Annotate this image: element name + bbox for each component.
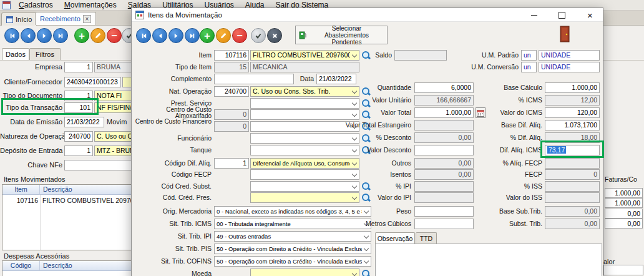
sit-trib-cofins-select-text: 50 - Operação com Direito a Crédito - Vi… [217,257,362,266]
subst-trib-label: Subst. Trib. [481,219,542,229]
dif-aliq-icms-field[interactable]: 73,17 [545,145,600,155]
saldo-label: Saldo [319,50,392,61]
dialog-next-record-button[interactable] [168,28,183,43]
close-button[interactable] [576,8,604,22]
delete-button[interactable] [107,28,122,43]
cliente-fornecedor-label: Cliente/Fornecedor [0,77,62,87]
dialog-add-button[interactable] [200,28,215,43]
add-button[interactable] [74,28,89,43]
next-record-button[interactable] [37,28,52,43]
itens-movimentados-title: Itens Movimentados [4,174,65,185]
pct-aliq-fecp-field [545,158,600,169]
prev-record-button[interactable] [21,28,36,43]
observacao-textarea[interactable] [375,244,602,276]
valor-desconto-label: Valor Desconto [306,145,411,155]
codigo-dif-aliq-code-field[interactable]: 1 [214,158,249,169]
sit-trib-pis-label: Sit. Trib. PIS [135,244,212,254]
tab-filtros[interactable]: Filtros [29,48,61,60]
peso-field[interactable] [414,206,474,217]
tab-dados[interactable]: Dados [2,48,29,60]
sit-trib-ipi-select[interactable]: 49 - Outras entradas [214,231,371,242]
column-header-item[interactable]: Item [2,185,40,195]
funcionario-label: Funcionário [135,133,212,144]
dialog-icon [135,11,144,19]
tipo-transacao-code-field[interactable]: 101 [64,102,93,113]
valor-total-estrangeiro-field [414,120,474,131]
tab-ttd[interactable]: TTD [416,232,437,244]
data-emissao-field[interactable]: 21/03/2022 [64,117,104,127]
faturas-value-3: 0,00 [605,209,643,219]
valor-ipi-label: Valor do IPI [306,192,411,203]
pct-iss-field [545,181,600,192]
item-cell[interactable]: 107116 [2,196,38,205]
tab-observacao[interactable]: Observação [375,232,415,244]
valor-icms-field[interactable]: 120,00 [545,107,600,118]
sit-trib-pis-select[interactable]: 50 - Operação com Direito a Crédito - Vi… [214,244,371,254]
quantidade-field[interactable]: 6,0000 [414,82,474,93]
sit-trib-ipi-select-text: 49 - Outras entradas [217,232,362,241]
fuel-pump-icon [299,31,307,39]
pct-aliq-fecp-label: % Alíq. FECP [481,158,542,169]
sit-trib-icms-label: Sit. Trib. ICMS [135,219,212,229]
um-padrao-field: UNIDADE [539,50,600,61]
dialog-title-bar[interactable]: Itens da Movimentação [132,8,603,22]
codigo-fecp-label: Código FECP [135,169,212,180]
base-calculo-field[interactable]: 1.000,00 [545,82,600,93]
last-record-button[interactable] [53,28,68,43]
dialog-cancel-button[interactable] [267,28,282,43]
valor-total-estrangeiro-label: Valor Total Estrangeiro [306,120,411,131]
cliente-fornecedor-field[interactable]: 24030421000123 [64,77,121,87]
valor-desconto-field[interactable] [414,145,474,155]
dialog-edit-button[interactable] [216,28,231,43]
pct-icms-label: % ICMS [481,95,542,106]
moeda-search-icon[interactable] [361,269,371,276]
maximize-button[interactable] [548,8,576,22]
centro-custo-financeiro-label: Centro de Custo Financeiro [135,119,212,131]
selecionar-abastecimentos-button[interactable]: Selecionar Abastecimentos Pendentes [295,26,388,44]
fecp-label: FECP [481,169,542,180]
tab-recebimento[interactable]: Recebimento [35,12,96,25]
dialog-last-record-button[interactable] [185,28,200,43]
dialog-delete-button[interactable] [232,28,247,43]
natureza-operacao-code-field[interactable]: 240700 [64,131,93,142]
deposito-entrada-code-field[interactable]: 1 [64,145,93,156]
tab-recebimento-label: Recebimento [40,15,80,22]
cod-cred-pres-label: Cód. Créd. Pres. [135,192,212,203]
pct-dif-aliq-label: % Dif. Alíq. [481,132,542,143]
outros-label: Outros [306,158,411,169]
menu-movimentacoes[interactable]: Movimentações [59,1,122,9]
empresa-code-field[interactable]: 1 [64,62,93,72]
menu-cadastros[interactable]: Cadastros [13,1,59,9]
tab-inicio[interactable]: Início [1,12,37,26]
exit-door-icon[interactable] [559,26,571,42]
close-tab-icon[interactable] [83,15,91,23]
tab-observacao-label: Observação [378,235,413,242]
nat-operacao-code-field[interactable]: 240700 [214,86,249,97]
pct-dif-aliq-field: 18,00 [545,132,600,143]
first-record-button[interactable] [4,28,19,43]
column-header-codigo[interactable]: Código [2,261,40,271]
metros-cubicos-field[interactable] [414,219,474,229]
moeda-combo[interactable] [250,269,359,276]
pct-desconto-label: % Desconto [306,132,411,143]
dialog-first-record-button[interactable] [136,28,151,43]
complemento-field[interactable] [214,74,294,84]
valor-field-fragment[interactable] [603,265,643,275]
tipo-transacao-label: Tipo da Transação [0,102,62,113]
itens-movimentacao-dialog: Itens da Movimentação Selecionar Abastec… [131,7,603,276]
dialog-confirm-button[interactable] [251,28,266,43]
sit-trib-cofins-select[interactable]: 50 - Operação com Direito a Crédito - Vi… [214,256,371,267]
dialog-prev-record-button[interactable] [152,28,167,43]
tipo-documento-code-field[interactable]: 1 [64,91,93,101]
item-code-field[interactable]: 107116 [214,50,249,61]
column-separator [40,195,41,250]
isentos-label: Isentos [306,169,411,180]
valor-total-label: Valor Total [306,107,411,118]
base-calculo-label: Base Cálculo [481,82,542,93]
valor-total-field[interactable]: 1.000,00 [414,107,474,118]
edit-button[interactable] [90,28,105,43]
minimize-button[interactable] [520,8,548,22]
base-dif-aliq-field[interactable]: 1.073,1700 [545,120,600,131]
faturas-value-1: 1.000,00 [605,188,643,198]
sit-trib-pis-select-text: 50 - Operação com Direito a Crédito - Vi… [217,244,362,254]
